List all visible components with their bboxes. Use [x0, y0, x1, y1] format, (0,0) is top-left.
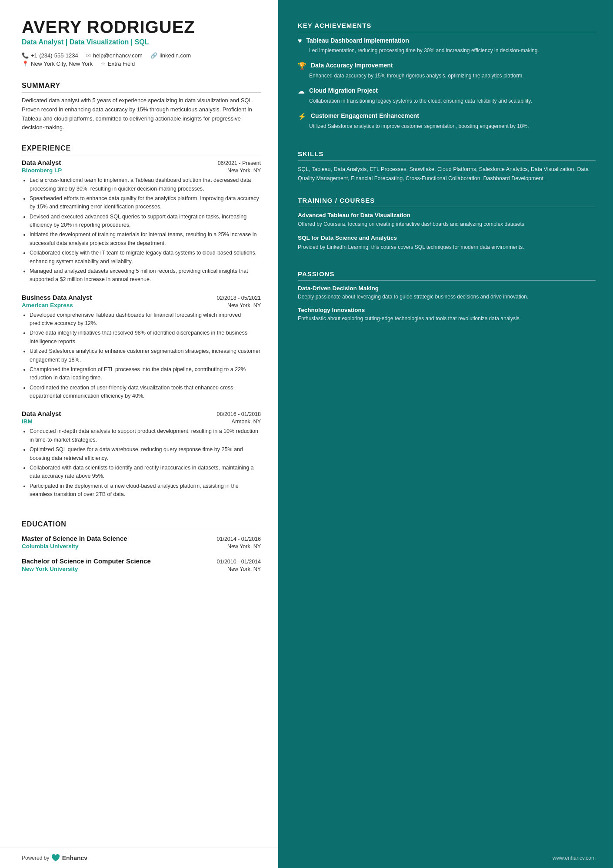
skills-title: SKILLS: [298, 150, 596, 161]
email-text: help@enhancv.com: [93, 52, 143, 59]
extra-item: ☆ Extra Field: [100, 60, 135, 67]
training-title: TRAINING / COURSES: [298, 197, 596, 207]
list-item: Initiated the development of training ma…: [30, 231, 261, 248]
job-1-subheader: Bloomberg LP New York, NY: [22, 167, 261, 174]
website-item: 🔗 linkedin.com: [150, 52, 191, 59]
achievement-3-desc: Collaboration in transitioning legacy sy…: [298, 97, 596, 105]
job-3-location: Armonk, NY: [232, 419, 261, 425]
skills-section: SKILLS SQL, Tableau, Data Analysis, ETL …: [298, 150, 596, 184]
job-2-subheader: American Express New York, NY: [22, 302, 261, 308]
achievement-4: ⚡ Customer Engagement Enhancement Utiliz…: [298, 112, 596, 130]
lightning-icon: ⚡: [298, 112, 306, 121]
passions-section: PASSIONS Data-Driven Decision Making Dee…: [298, 270, 596, 328]
passions-title: PASSIONS: [298, 270, 596, 281]
footer-website: www.enhancv.com: [553, 855, 596, 861]
main-content: AVERY RODRIGUEZ Data Analyst | Data Visu…: [0, 0, 613, 848]
job-3: Data Analyst 08/2016 - 01/2018 IBM Armon…: [22, 410, 261, 499]
achievements-title: KEY ACHIEVEMENTS: [298, 22, 596, 32]
job-2-title: Business Data Analyst: [22, 294, 92, 301]
list-item: Optimized SQL queries for a data warehou…: [30, 446, 261, 462]
cloud-icon: ☁: [298, 87, 305, 95]
extra-text: Extra Field: [108, 60, 135, 67]
job-2-company: American Express: [22, 302, 73, 308]
achievement-1-title: Tableau Dashboard Implementation: [306, 37, 409, 44]
achievement-2-desc: Enhanced data accuracy by 15% through ri…: [298, 72, 596, 80]
phone-text: +1-(234)-555-1234: [31, 52, 78, 59]
edu-1: Master of Science in Data Science 01/201…: [22, 535, 261, 550]
job-2: Business Data Analyst 02/2018 - 05/2021 …: [22, 294, 261, 401]
edu-1-subheader: Columbia University New York, NY: [22, 543, 261, 550]
job-1-header: Data Analyst 06/2021 - Present: [22, 159, 261, 166]
right-column: KEY ACHIEVEMENTS ♥ Tableau Dashboard Imp…: [278, 0, 613, 848]
passion-1-title: Data-Driven Decision Making: [298, 285, 596, 292]
footer-right: www.enhancv.com: [278, 848, 613, 868]
edu-2-date: 01/2010 - 01/2014: [217, 559, 261, 565]
experience-section: EXPERIENCE Data Analyst 06/2021 - Presen…: [22, 144, 261, 508]
achievements-section: KEY ACHIEVEMENTS ♥ Tableau Dashboard Imp…: [298, 22, 596, 137]
training-1: Advanced Tableau for Data Visualization …: [298, 211, 596, 228]
passion-2-desc: Enthusiastic about exploring cutting-edg…: [298, 315, 596, 322]
job-3-date: 08/2016 - 01/2018: [217, 411, 261, 417]
star-icon: ☆: [100, 60, 106, 67]
list-item: Led a cross-functional team to implement…: [30, 176, 261, 193]
contact-row-2: 📍 New York City, New York ☆ Extra Field: [22, 60, 261, 67]
location-text: New York City, New York: [31, 60, 93, 67]
footer: Powered by Enhancv www.enhancv.com: [0, 848, 613, 868]
link-icon: 🔗: [150, 52, 157, 59]
resume-page: AVERY RODRIGUEZ Data Analyst | Data Visu…: [0, 0, 613, 868]
footer-left: Powered by Enhancv: [0, 848, 278, 868]
passion-1: Data-Driven Decision Making Deeply passi…: [298, 285, 596, 301]
job-2-date: 02/2018 - 05/2021: [217, 295, 261, 301]
trophy-icon: 🏆: [298, 62, 306, 70]
list-item: Utilized Salesforce analytics to enhance…: [30, 347, 261, 364]
list-item: Championed the integration of ETL proces…: [30, 365, 261, 382]
candidate-title: Data Analyst | Data Visualization | SQL: [22, 38, 261, 46]
job-1-date: 06/2021 - Present: [218, 160, 261, 166]
achievement-4-title: Customer Engagement Enhancement: [311, 112, 419, 120]
job-2-bullets: Developed comprehensive Tableau dashboar…: [22, 311, 261, 401]
list-item: Coordinated the creation of user-friendl…: [30, 384, 261, 401]
achievement-2-header: 🏆 Data Accuracy Improvement: [298, 61, 596, 70]
enhancv-logo: Enhancv: [51, 854, 87, 862]
achievement-1-desc: Led implementation, reducing processing …: [298, 47, 596, 54]
contact-row-1: 📞 +1-(234)-555-1234 ✉ help@enhancv.com 🔗…: [22, 52, 261, 59]
heart-icon: ♥: [298, 37, 302, 45]
achievement-1: ♥ Tableau Dashboard Implementation Led i…: [298, 37, 596, 54]
edu-2-degree: Bachelor of Science in Computer Science: [22, 557, 151, 565]
training-2: SQL for Data Science and Analytics Provi…: [298, 234, 596, 251]
edu-2: Bachelor of Science in Computer Science …: [22, 557, 261, 572]
summary-text: Dedicated data analyst with 5 years of e…: [22, 96, 261, 132]
passion-2-title: Technology Innovations: [298, 307, 596, 313]
summary-title: SUMMARY: [22, 82, 261, 93]
header-section: AVERY RODRIGUEZ Data Analyst | Data Visu…: [22, 17, 261, 69]
phone-icon: 📞: [22, 52, 29, 59]
edu-1-header: Master of Science in Data Science 01/201…: [22, 535, 261, 542]
list-item: Participated in the deployment of a new …: [30, 482, 261, 499]
job-2-header: Business Data Analyst 02/2018 - 05/2021: [22, 294, 261, 301]
job-2-location: New York, NY: [227, 302, 261, 308]
skills-text: SQL, Tableau, Data Analysis, ETL Process…: [298, 165, 596, 184]
edu-2-header: Bachelor of Science in Computer Science …: [22, 557, 261, 565]
achievement-4-desc: Utilized Salesforce analytics to improve…: [298, 122, 596, 130]
list-item: Devised and executed advanced SQL querie…: [30, 213, 261, 230]
job-1: Data Analyst 06/2021 - Present Bloomberg…: [22, 159, 261, 284]
list-item: Collaborated with data scientists to ide…: [30, 464, 261, 481]
edu-2-subheader: New York University New York, NY: [22, 566, 261, 572]
education-title: EDUCATION: [22, 520, 261, 531]
list-item: Collaborated closely with the IT team to…: [30, 249, 261, 266]
achievement-2-title: Data Accuracy Improvement: [311, 61, 393, 69]
job-1-title: Data Analyst: [22, 159, 61, 166]
edu-1-school: Columbia University: [22, 543, 79, 550]
passion-2: Technology Innovations Enthusiastic abou…: [298, 307, 596, 322]
location-item: 📍 New York City, New York: [22, 60, 93, 67]
website-text: linkedin.com: [160, 52, 191, 59]
powered-by-text: Powered by: [22, 855, 49, 861]
summary-section: SUMMARY Dedicated data analyst with 5 ye…: [22, 82, 261, 132]
edu-2-school: New York University: [22, 566, 78, 572]
job-1-company: Bloomberg LP: [22, 167, 62, 174]
job-1-bullets: Led a cross-functional team to implement…: [22, 176, 261, 284]
achievement-3-title: Cloud Migration Project: [309, 87, 378, 94]
achievement-4-header: ⚡ Customer Engagement Enhancement: [298, 112, 596, 121]
email-item: ✉ help@enhancv.com: [86, 52, 143, 59]
edu-1-date: 01/2014 - 01/2016: [217, 536, 261, 542]
